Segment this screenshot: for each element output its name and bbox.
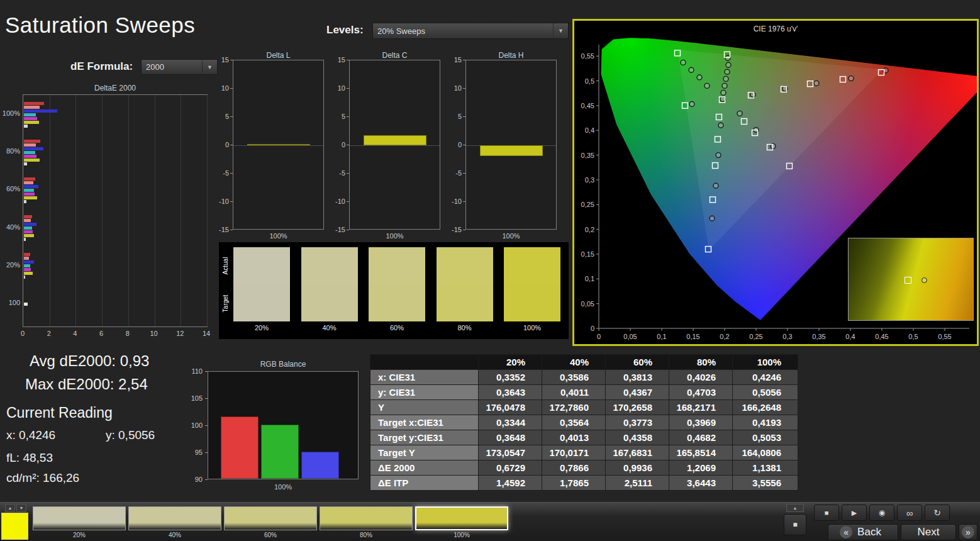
levels-label: Levels:: [326, 24, 364, 36]
swatch-up-button[interactable]: ▲: [5, 504, 15, 512]
capture-icon-button[interactable]: ◉: [869, 505, 894, 521]
prev-arrow-icon: «: [840, 526, 852, 538]
stop-icon-button[interactable]: ■: [814, 505, 839, 521]
measured-point: [849, 76, 854, 81]
loop-icon-button[interactable]: ∞: [897, 505, 922, 521]
deltae-2000-chart: DeltaE 2000 02468101214100%80%60%40%20%1…: [0, 84, 211, 343]
table-cell: 0,4026: [669, 370, 733, 385]
cdm2-readout: cd/m²: 166,26: [6, 471, 79, 485]
column-header: 20%: [479, 355, 542, 370]
chart-title: Delta L: [233, 51, 324, 60]
column-header: 40%: [542, 355, 606, 370]
y-axis-tick-label: 5: [214, 113, 229, 120]
inset-target-point: [905, 277, 911, 284]
levels-dropdown[interactable]: 20% Sweeps ▼: [372, 23, 569, 39]
table-cell: 0,6729: [479, 460, 542, 476]
patch-button-40%[interactable]: 40%: [128, 506, 221, 540]
de-formula-dropdown-value: 2000: [146, 62, 164, 72]
table-cell: 0,3352: [479, 370, 542, 385]
back-button[interactable]: « Back: [828, 524, 898, 540]
y-axis-tick-label: 90: [187, 476, 203, 483]
y-axis-tick-label: 100: [187, 421, 203, 429]
page-title: Saturation Sweeps: [5, 13, 195, 38]
patch-color: [415, 506, 508, 530]
actual-row-label: Actual: [222, 247, 229, 285]
table-row: ΔE ITP1,45921,78652,51113,64433,5556: [370, 476, 798, 491]
next-arrow-button[interactable]: »: [959, 524, 977, 540]
cie-zoom-inset: [848, 238, 974, 321]
y-axis-tick-label: -5: [447, 169, 462, 177]
grid-line: [207, 95, 208, 326]
patch-button-20%[interactable]: 20%: [33, 506, 126, 540]
y-tick-label: 0,35: [581, 152, 594, 159]
de-bar: [24, 264, 30, 267]
table-cell: 0,5053: [733, 430, 798, 445]
row-label: ΔE 2000: [370, 460, 479, 476]
x-axis-tick-label: 8: [122, 330, 133, 337]
table-cell: 0,4011: [542, 385, 606, 400]
chart-title: DeltaE 2000: [23, 84, 208, 92]
de-bar: [24, 102, 44, 105]
de-bar: [24, 257, 29, 260]
patch-color: [224, 506, 317, 530]
swatch-label: 80%: [437, 321, 493, 332]
delta-value-bar: [364, 135, 426, 145]
de-formula-dropdown[interactable]: 2000 ▼: [141, 59, 218, 75]
swatch-target: [233, 284, 290, 321]
patch-button-100%[interactable]: 100%: [415, 506, 508, 540]
y-axis-tick-label: -10: [214, 198, 229, 205]
de-bar: [24, 226, 32, 230]
de-bar: [24, 215, 32, 218]
x-tick-label: 0,05: [623, 333, 637, 340]
grid-line: [102, 95, 103, 326]
swatch-down-button[interactable]: ▼: [16, 504, 26, 512]
swatch-100%: 100%: [504, 247, 560, 332]
active-color-swatch[interactable]: [1, 513, 28, 540]
patch-color: [33, 506, 126, 530]
de-bar: [24, 253, 30, 256]
table-cell: 170,2658: [606, 400, 669, 415]
next-button[interactable]: Next: [901, 524, 956, 540]
patch-button-80%[interactable]: 80%: [320, 506, 413, 540]
measured-point: [718, 123, 723, 128]
stop-pattern-button[interactable]: ■: [784, 514, 806, 535]
de-bar: [24, 159, 40, 162]
table-cell: 166,2648: [733, 400, 798, 415]
de-formula-label: dE Formula:: [70, 60, 133, 73]
scroll-up-button[interactable]: ▲: [786, 504, 804, 512]
cie-title: CIE 1976 u'v': [574, 25, 977, 33]
patch-label: 40%: [128, 530, 221, 538]
swatch-label: 40%: [301, 321, 358, 332]
measured-point: [710, 216, 715, 221]
x-axis-tick-label: 14: [201, 330, 212, 337]
calman-saturation-sweeps-page: Saturation Sweeps Levels: 20% Sweeps ▼ d…: [0, 0, 980, 541]
deltae-plot-area: [23, 94, 208, 327]
y-axis-category-label: 100%: [0, 109, 20, 117]
table-cell: 1,4592: [479, 476, 542, 491]
cie-1976-diagram-panel[interactable]: 00,050,10,150,20,250,30,350,40,450,50,55…: [572, 19, 979, 346]
de-bar: [24, 140, 40, 143]
delta-chart-h: Delta H151050-5-10-15100%: [447, 51, 560, 240]
y-axis-category-label: 20%: [0, 261, 20, 269]
y-axis-tick-label: -10: [447, 198, 462, 205]
grid-line: [128, 95, 129, 326]
de-bar: [24, 303, 28, 306]
swatch-20%: 20%: [233, 247, 290, 332]
table-cell: 0,4193: [733, 415, 798, 430]
chevron-down-icon: ▼: [202, 60, 213, 74]
rgb-bar-green: [261, 425, 299, 479]
y-tick-label: 0,1: [585, 275, 594, 282]
table-cell: 0,3773: [606, 415, 669, 430]
y-axis-tick-label: 105: [187, 394, 203, 402]
table-cell: 0,4682: [669, 430, 733, 445]
y-tick-label: 0,45: [581, 102, 594, 109]
play-icon-button[interactable]: ▶: [842, 505, 867, 521]
swatch-target: [369, 284, 425, 321]
swatch-actual: [504, 247, 560, 284]
delta-value-bar: [247, 144, 310, 145]
row-label: Target x:CIE31: [370, 415, 479, 430]
refresh-icon-button[interactable]: ↻: [925, 505, 950, 521]
de-bar: [24, 121, 39, 124]
patch-button-60%[interactable]: 60%: [224, 506, 317, 540]
patch-label: 60%: [224, 530, 317, 538]
